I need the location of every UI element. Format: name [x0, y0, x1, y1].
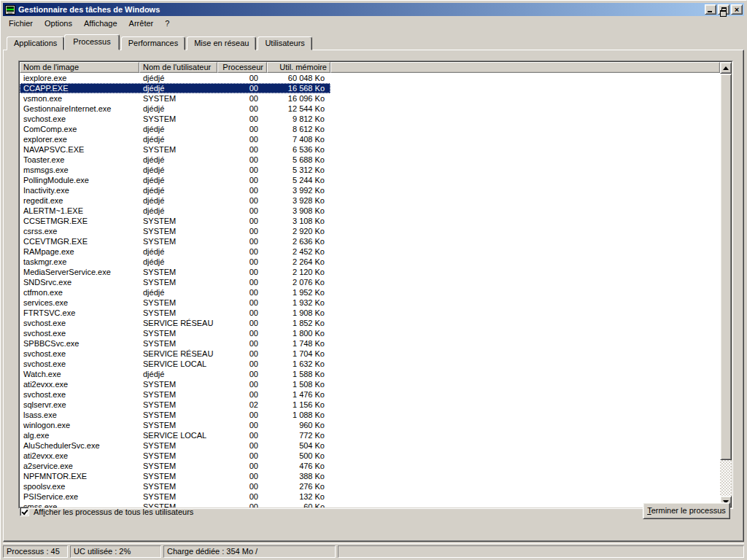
- tab-applications[interactable]: Applications: [7, 36, 64, 50]
- column-header-memory[interactable]: Util. mémoire: [267, 62, 330, 73]
- process-row[interactable]: NAVAPSVC.EXESYSTEM006 536 Ko: [20, 144, 330, 155]
- process-name-cell: SPBBCSvc.exe: [20, 338, 139, 349]
- process-cpu-cell: 00: [217, 236, 267, 246]
- process-row[interactable]: ALERTM~1.EXEdjédjé003 908 Ko: [20, 206, 330, 216]
- restore-button[interactable]: [718, 4, 729, 15]
- scroll-up-button[interactable]: [720, 62, 732, 74]
- process-name-cell: ALERTM~1.EXE: [20, 206, 139, 216]
- process-name-cell: a2service.exe: [20, 461, 139, 471]
- scrollbar-thumb[interactable]: [720, 74, 732, 460]
- process-row[interactable]: regedit.exedjédjé003 928 Ko: [20, 195, 330, 206]
- process-row[interactable]: CCAPP.EXEdjédjé0016 568 Ko: [20, 83, 330, 93]
- process-mem-cell: 1 588 Ko: [267, 369, 330, 379]
- end-process-button[interactable]: Terminer le processus: [643, 502, 730, 519]
- process-row[interactable]: NPFMNTOR.EXESYSTEM00388 Ko: [20, 471, 330, 481]
- process-mem-cell: 1 932 Ko: [267, 298, 330, 308]
- process-cpu-cell: 00: [217, 389, 267, 400]
- title-bar[interactable]: Gestionnaire des tâches de Windows ×: [3, 3, 744, 16]
- process-row[interactable]: CCSETMGR.EXESYSTEM003 108 Ko: [20, 216, 330, 226]
- process-mem-cell: 5 688 Ko: [267, 155, 330, 165]
- close-icon: ×: [735, 6, 739, 13]
- process-mem-cell: 3 992 Ko: [267, 185, 330, 195]
- process-row[interactable]: iexplore.exedjédjé0060 048 Ko: [20, 73, 330, 83]
- process-mem-cell: 1 952 Ko: [267, 287, 330, 298]
- process-name-cell: MediaServerService.exe: [20, 267, 139, 277]
- process-row[interactable]: AluSchedulerSvc.exeSYSTEM00504 Ko: [20, 440, 330, 451]
- process-user-cell: SYSTEM: [139, 389, 217, 400]
- close-button[interactable]: ×: [731, 4, 743, 15]
- process-row[interactable]: FTRTSVC.exeSYSTEM001 908 Ko: [20, 308, 330, 318]
- tab-utilisateurs[interactable]: Utilisateurs: [258, 36, 311, 50]
- process-row[interactable]: ComComp.exedjédjé008 612 Ko: [20, 124, 330, 134]
- menu-item-arr-ter[interactable]: Arrêter: [123, 18, 160, 29]
- process-cpu-cell: 00: [217, 359, 267, 369]
- process-cpu-cell: 00: [217, 287, 267, 298]
- process-row[interactable]: vsmon.exeSYSTEM0016 096 Ko: [20, 93, 330, 104]
- tab-performances[interactable]: Performances: [121, 36, 185, 50]
- process-row[interactable]: services.exeSYSTEM001 932 Ko: [20, 298, 330, 308]
- show-all-processes-checkbox[interactable]: [20, 507, 29, 516]
- process-cpu-cell: 00: [217, 134, 267, 144]
- process-cpu-cell: 00: [217, 420, 267, 430]
- process-row[interactable]: Watch.exedjédjé001 588 Ko: [20, 369, 330, 379]
- process-row[interactable]: lsass.exeSYSTEM001 088 Ko: [20, 410, 330, 420]
- tab-processus[interactable]: Processus: [64, 34, 119, 50]
- process-mem-cell: 1 156 Ko: [267, 400, 330, 410]
- menu-item-affichage[interactable]: Affichage: [78, 18, 123, 29]
- process-user-cell: SERVICE RÉSEAU: [139, 349, 217, 359]
- process-row[interactable]: winlogon.exeSYSTEM00960 Ko: [20, 420, 330, 430]
- process-row[interactable]: ctfmon.exedjédjé001 952 Ko: [20, 287, 330, 298]
- process-row[interactable]: a2service.exeSYSTEM00476 Ko: [20, 461, 330, 471]
- process-row[interactable]: msmsgs.exedjédjé005 312 Ko: [20, 165, 330, 175]
- process-row[interactable]: Toaster.exedjédjé005 688 Ko: [20, 155, 330, 165]
- process-name-cell: AluSchedulerSvc.exe: [20, 440, 139, 451]
- menu-item-options[interactable]: Options: [39, 18, 78, 29]
- process-cpu-cell: 00: [217, 226, 267, 236]
- process-mem-cell: 9 812 Ko: [267, 114, 330, 124]
- process-row[interactable]: svchost.exeSERVICE LOCAL001 632 Ko: [20, 359, 330, 369]
- process-mem-cell: 1 476 Ko: [267, 389, 330, 400]
- vertical-scrollbar[interactable]: [720, 62, 732, 508]
- process-row[interactable]: MediaServerService.exeSYSTEM002 120 Ko: [20, 267, 330, 277]
- process-name-cell: NAVAPSVC.EXE: [20, 144, 139, 155]
- process-row[interactable]: ati2evxx.exeSYSTEM00500 Ko: [20, 451, 330, 461]
- process-mem-cell: 132 Ko: [267, 491, 330, 502]
- process-mem-cell: 2 076 Ko: [267, 277, 330, 287]
- process-row[interactable]: csrss.exeSYSTEM002 920 Ko: [20, 226, 330, 236]
- process-mem-cell: 1 632 Ko: [267, 359, 330, 369]
- process-row[interactable]: SNDSrvc.exeSYSTEM002 076 Ko: [20, 277, 330, 287]
- process-row[interactable]: GestionnaireInternet.exedjédjé0012 544 K…: [20, 104, 330, 114]
- process-name-cell: lsass.exe: [20, 410, 139, 420]
- process-row[interactable]: svchost.exeSYSTEM001 476 Ko: [20, 389, 330, 400]
- process-row[interactable]: svchost.exeSERVICE RÉSEAU001 852 Ko: [20, 318, 330, 328]
- process-row[interactable]: explorer.exedjédjé007 408 Ko: [20, 134, 330, 144]
- process-row[interactable]: ati2evxx.exeSYSTEM001 508 Ko: [20, 379, 330, 389]
- process-user-cell: SERVICE LOCAL: [139, 430, 217, 440]
- process-row[interactable]: taskmgr.exedjédjé002 264 Ko: [20, 257, 330, 267]
- menu-item-?[interactable]: ?: [159, 18, 175, 29]
- column-header-user-name[interactable]: Nom de l'utilisateur: [139, 62, 217, 73]
- process-mem-cell: 6 536 Ko: [267, 144, 330, 155]
- process-row[interactable]: svchost.exeSERVICE RÉSEAU001 704 Ko: [20, 349, 330, 359]
- process-name-cell: Toaster.exe: [20, 155, 139, 165]
- process-row[interactable]: svchost.exeSYSTEM001 800 Ko: [20, 328, 330, 338]
- minimize-button[interactable]: [705, 4, 716, 15]
- menu-item-fichier[interactable]: Fichier: [3, 18, 39, 29]
- status-segment-3: [338, 545, 744, 558]
- process-row[interactable]: sqlservr.exeSYSTEM021 156 Ko: [20, 400, 330, 410]
- process-row[interactable]: CCEVTMGR.EXESYSTEM002 636 Ko: [20, 236, 330, 246]
- process-row[interactable]: PSIService.exeSYSTEM00132 Ko: [20, 491, 330, 502]
- process-row[interactable]: SPBBCSvc.exeSYSTEM001 748 Ko: [20, 338, 330, 349]
- process-user-cell: djédjé: [139, 206, 217, 216]
- column-header-cpu[interactable]: Processeur: [217, 62, 267, 73]
- process-row[interactable]: spoolsv.exeSYSTEM00276 Ko: [20, 481, 330, 491]
- process-name-cell: SNDSrvc.exe: [20, 277, 139, 287]
- process-row[interactable]: RAMpage.exedjédjé002 452 Ko: [20, 246, 330, 257]
- process-row[interactable]: Inactivity.exedjédjé003 992 Ko: [20, 185, 330, 195]
- column-header-image-name[interactable]: Nom de l'image: [20, 62, 139, 73]
- process-row[interactable]: PollingModule.exedjédjé005 244 Ko: [20, 175, 330, 185]
- process-row[interactable]: alg.exeSERVICE LOCAL00772 Ko: [20, 430, 330, 440]
- process-row[interactable]: svchost.exeSYSTEM009 812 Ko: [20, 114, 330, 124]
- process-list: Nom de l'image Nom de l'utilisateur Proc…: [18, 61, 733, 509]
- tab-mise-en-r-seau[interactable]: Mise en réseau: [187, 36, 256, 50]
